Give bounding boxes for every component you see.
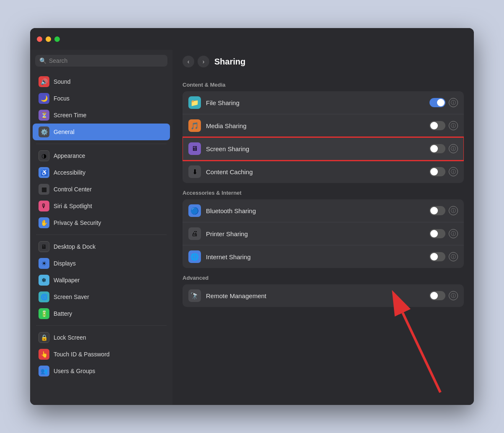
sidebar-item-users-groups[interactable]: 👥Users & Groups	[33, 363, 170, 379]
row-label-content-caching: Content Caching	[206, 168, 424, 175]
row-controls-bluetooth-sharing: ⓘ	[429, 206, 458, 215]
info-button-content-caching[interactable]: ⓘ	[449, 167, 458, 176]
settings-row-content-caching[interactable]: ⬇Content Cachingⓘ	[183, 160, 464, 183]
sidebar-label-privacy-security: Privacy & Security	[54, 219, 101, 226]
row-icon-printer-sharing: 🖨	[188, 227, 201, 240]
row-label-remote-management: Remote Management	[206, 292, 424, 299]
sidebar-item-sound[interactable]: 🔊Sound	[33, 73, 170, 90]
sidebar-label-users-groups: Users & Groups	[54, 368, 95, 374]
settings-row-internet-sharing[interactable]: 🌐Internet Sharingⓘ	[183, 245, 464, 268]
info-button-screen-sharing[interactable]: ⓘ	[449, 144, 458, 153]
sidebar-icon-users-groups: 👥	[39, 366, 49, 376]
search-bar[interactable]: 🔍 Search	[35, 55, 167, 67]
sidebar-icon-accessibility: ♿	[39, 167, 49, 178]
toggle-printer-sharing[interactable]	[429, 229, 445, 238]
toggle-media-sharing[interactable]	[429, 121, 445, 130]
toggle-bluetooth-sharing[interactable]	[429, 206, 445, 215]
minimize-button[interactable]	[46, 36, 51, 42]
sections-container: Content & Media📁File Sharingⓘ🎵Media Shar…	[183, 82, 464, 307]
sidebar-label-sound: Sound	[54, 78, 70, 85]
row-controls-remote-management: ⓘ	[429, 291, 458, 300]
row-icon-bluetooth-sharing: 🔵	[188, 204, 201, 217]
settings-row-screen-sharing[interactable]: 🖥Screen Sharingⓘ	[183, 137, 464, 160]
maximize-button[interactable]	[54, 36, 60, 42]
sidebar-item-appearance[interactable]: ◑Appearance	[33, 147, 170, 164]
row-label-bluetooth-sharing: Bluetooth Sharing	[206, 207, 424, 214]
sidebar-item-battery[interactable]: 🔋Battery	[33, 305, 170, 322]
sidebar-icon-screen-time: ⏳	[39, 110, 49, 121]
row-controls-printer-sharing: ⓘ	[429, 229, 458, 238]
row-controls-content-caching: ⓘ	[429, 167, 458, 176]
settings-row-bluetooth-sharing[interactable]: 🔵Bluetooth Sharingⓘ	[183, 199, 464, 222]
row-icon-content-caching: ⬇	[188, 165, 201, 178]
sidebar-divider-1	[36, 144, 167, 144]
search-placeholder: Search	[49, 57, 67, 64]
sidebar-icon-touch-id: 👆	[39, 349, 49, 360]
info-button-file-sharing[interactable]: ⓘ	[449, 98, 458, 107]
row-controls-internet-sharing: ⓘ	[429, 252, 458, 261]
sidebar-item-lock-screen[interactable]: 🔒Lock Screen	[33, 329, 170, 346]
sidebar-item-focus[interactable]: 🌙Focus	[33, 90, 170, 107]
sidebar-icon-desktop-dock: 🖥	[39, 241, 49, 252]
toggle-internet-sharing[interactable]	[429, 252, 445, 261]
sidebar-item-siri-spotlight[interactable]: 🎙Siri & Spotlight	[33, 198, 170, 214]
sidebar-item-privacy-security[interactable]: ✋Privacy & Security	[33, 214, 170, 231]
sidebar-item-touch-id[interactable]: 👆Touch ID & Password	[33, 346, 170, 363]
main-content: ‹ › Sharing Content & Media📁File Sharing…	[172, 50, 474, 405]
row-label-screen-sharing: Screen Sharing	[206, 145, 424, 152]
sidebar-label-screen-time: Screen Time	[54, 112, 87, 119]
sidebar-label-screen-saver: Screen Saver	[54, 294, 89, 300]
info-button-media-sharing[interactable]: ⓘ	[449, 121, 458, 130]
settings-row-file-sharing[interactable]: 📁File Sharingⓘ	[183, 91, 464, 114]
main-header: ‹ › Sharing	[172, 50, 474, 73]
sidebar-label-siri-spotlight: Siri & Spotlight	[54, 203, 92, 209]
back-button[interactable]: ‹	[183, 56, 194, 67]
row-icon-screen-sharing: 🖥	[188, 142, 201, 155]
toggle-content-caching[interactable]	[429, 167, 445, 176]
info-button-internet-sharing[interactable]: ⓘ	[449, 252, 458, 261]
settings-row-media-sharing[interactable]: 🎵Media Sharingⓘ	[183, 114, 464, 137]
row-icon-remote-management: 🔭	[188, 289, 201, 302]
sidebar-icon-privacy-security: ✋	[39, 217, 49, 228]
toggle-remote-management[interactable]	[429, 291, 445, 300]
settings-group-accessories-internet: 🔵Bluetooth Sharingⓘ🖨Printer Sharingⓘ🌐Int…	[183, 199, 464, 268]
sidebar-item-displays[interactable]: ☀Displays	[33, 255, 170, 272]
sidebar-icon-screen-saver: 🌀	[39, 291, 49, 302]
sidebar-icon-lock-screen: 🔒	[39, 332, 49, 343]
sidebar-item-accessibility[interactable]: ♿Accessibility	[33, 164, 170, 181]
sidebar-label-accessibility: Accessibility	[54, 169, 85, 176]
info-button-bluetooth-sharing[interactable]: ⓘ	[449, 206, 458, 215]
sidebar-item-screen-time[interactable]: ⏳Screen Time	[33, 107, 170, 124]
sidebar-icon-battery: 🔋	[39, 308, 49, 319]
sidebar-icon-displays: ☀	[39, 258, 49, 269]
sidebar-item-general[interactable]: ⚙️General	[33, 124, 170, 140]
sidebar-icon-wallpaper: ❄	[39, 275, 49, 286]
sidebar-items: 🔊Sound🌙Focus⏳Screen Time⚙️General◑Appear…	[30, 73, 172, 379]
sidebar-icon-general: ⚙️	[39, 126, 49, 137]
sidebar-label-wallpaper: Wallpaper	[54, 277, 80, 284]
sidebar-label-general: General	[54, 129, 75, 135]
settings-row-remote-management[interactable]: 🔭Remote Managementⓘ	[183, 284, 464, 307]
window-body: 🔍 Search 🔊Sound🌙Focus⏳Screen Time⚙️Gener…	[30, 50, 474, 405]
toggle-screen-sharing[interactable]	[429, 144, 445, 153]
info-button-remote-management[interactable]: ⓘ	[449, 291, 458, 300]
sidebar-icon-control-center: ▦	[39, 184, 49, 195]
info-button-printer-sharing[interactable]: ⓘ	[449, 229, 458, 238]
sidebar-divider-3	[36, 325, 167, 326]
settings-group-content-media: 📁File Sharingⓘ🎵Media Sharingⓘ🖥Screen Sha…	[183, 91, 464, 183]
row-controls-media-sharing: ⓘ	[429, 121, 458, 130]
row-label-media-sharing: Media Sharing	[206, 122, 424, 129]
sidebar-item-control-center[interactable]: ▦Control Center	[33, 181, 170, 198]
row-label-file-sharing: File Sharing	[206, 99, 424, 106]
sidebar-label-lock-screen: Lock Screen	[54, 334, 86, 341]
settings-row-printer-sharing[interactable]: 🖨Printer Sharingⓘ	[183, 222, 464, 245]
close-button[interactable]	[37, 36, 42, 42]
sidebar-item-wallpaper[interactable]: ❄Wallpaper	[33, 272, 170, 289]
forward-button[interactable]: ›	[198, 56, 209, 67]
row-label-printer-sharing: Printer Sharing	[206, 230, 424, 237]
sidebar-item-screen-saver[interactable]: 🌀Screen Saver	[33, 289, 170, 305]
sidebar-label-desktop-dock: Desktop & Dock	[54, 243, 95, 250]
sidebar-icon-siri-spotlight: 🎙	[39, 201, 49, 211]
sidebar-item-desktop-dock[interactable]: 🖥Desktop & Dock	[33, 238, 170, 255]
toggle-file-sharing[interactable]	[429, 98, 445, 107]
